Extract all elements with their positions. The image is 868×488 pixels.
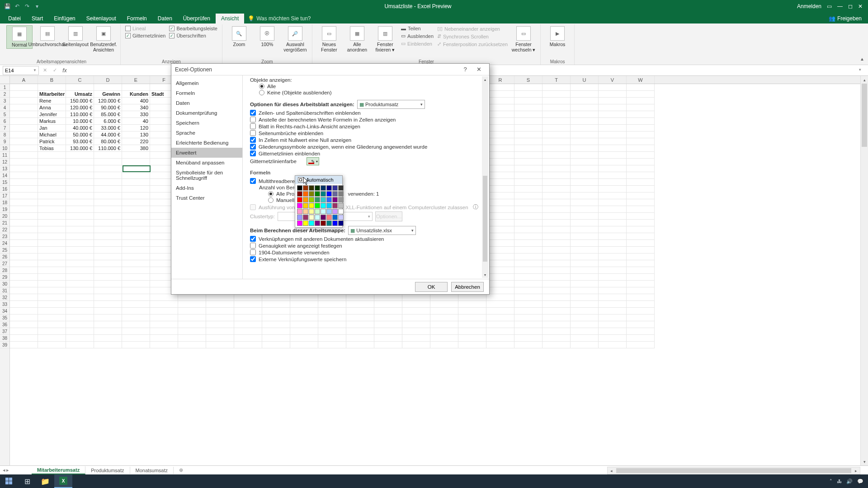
hide-button[interactable]: ▭Ausblenden (400, 33, 434, 39)
cell[interactable] (94, 226, 122, 233)
cell[interactable] (627, 165, 655, 172)
color-swatch[interactable] (332, 221, 338, 226)
color-swatch[interactable] (338, 197, 344, 202)
cell[interactable] (346, 328, 374, 335)
cell[interactable] (542, 199, 571, 206)
dlg-scroll-down-icon[interactable]: ▾ (482, 272, 488, 278)
cell[interactable] (122, 281, 150, 287)
cell[interactable] (571, 294, 599, 301)
cell[interactable] (234, 335, 262, 342)
cell[interactable] (542, 98, 571, 104)
cell[interactable] (542, 260, 571, 267)
cell[interactable] (38, 328, 66, 335)
cell[interactable] (38, 226, 66, 233)
row-header-1[interactable]: 1 (0, 84, 9, 91)
cell[interactable] (514, 342, 542, 348)
col-header-E[interactable]: E (122, 76, 150, 84)
minimize-icon[interactable]: ― (837, 3, 843, 9)
cell[interactable] (66, 220, 94, 226)
cell[interactable] (542, 104, 571, 111)
cell[interactable] (571, 152, 599, 159)
cell[interactable] (38, 314, 66, 321)
color-swatch[interactable] (303, 215, 308, 220)
chk-1904[interactable] (250, 249, 256, 255)
cell[interactable] (94, 335, 122, 342)
cell[interactable] (458, 321, 486, 328)
cell[interactable] (599, 118, 627, 125)
row-header-15[interactable]: 15 (0, 179, 9, 186)
dialog-close-icon[interactable]: ✕ (472, 66, 486, 73)
cell[interactable] (627, 240, 655, 247)
cell[interactable] (234, 301, 262, 308)
row-header-18[interactable]: 18 (0, 199, 9, 206)
chk-precision[interactable] (250, 243, 256, 249)
cell[interactable] (514, 138, 542, 145)
cell[interactable] (514, 267, 542, 274)
cell[interactable] (486, 301, 514, 308)
cell[interactable] (571, 145, 599, 152)
cell[interactable] (66, 321, 94, 328)
cell[interactable] (66, 152, 94, 159)
cell[interactable] (290, 328, 318, 335)
system-tray[interactable]: ˄ 🖧 🔊 💬 (825, 479, 868, 484)
zoom-button[interactable]: 🔍Zoom (226, 25, 252, 48)
col-header-W[interactable]: W (627, 76, 655, 84)
tab-nav-next-icon[interactable]: ▸ (6, 467, 9, 473)
row-header-4[interactable]: 4 (0, 104, 9, 111)
cell[interactable] (290, 335, 318, 342)
cell[interactable] (599, 247, 627, 253)
color-swatch[interactable] (338, 203, 344, 208)
cell[interactable]: Gewinn (94, 91, 122, 98)
cell[interactable] (38, 199, 66, 206)
cell[interactable] (122, 308, 150, 314)
cell[interactable] (10, 281, 38, 287)
cell[interactable] (627, 233, 655, 240)
cell[interactable] (10, 104, 38, 111)
cell[interactable] (66, 192, 94, 199)
cell[interactable] (486, 308, 514, 314)
row-header-23[interactable]: 23 (0, 233, 9, 240)
cell[interactable] (66, 335, 94, 342)
cell[interactable] (486, 281, 514, 287)
cell[interactable] (94, 260, 122, 267)
cell[interactable] (514, 186, 542, 192)
dialog-nav-speichern[interactable]: Speichern (171, 118, 242, 128)
cell[interactable] (10, 321, 38, 328)
split-button[interactable]: ▬Teilen (400, 25, 434, 32)
cell[interactable] (542, 308, 571, 314)
cell[interactable] (234, 342, 262, 348)
cell[interactable] (542, 294, 571, 301)
cell[interactable] (66, 260, 94, 267)
new-window-button[interactable]: ▭Neues Fenster (316, 25, 342, 53)
cell[interactable] (458, 301, 486, 308)
taskview-button[interactable]: ⊞ (18, 474, 36, 488)
cell[interactable] (38, 159, 66, 165)
cell[interactable] (514, 247, 542, 253)
cell[interactable]: 400 (122, 98, 150, 104)
cell[interactable]: 10.000 € (66, 118, 94, 125)
cell[interactable] (94, 328, 122, 335)
cell[interactable] (318, 342, 346, 348)
cell[interactable] (571, 138, 599, 145)
cell[interactable] (486, 84, 514, 91)
cell[interactable] (486, 104, 514, 111)
cell[interactable] (122, 314, 150, 321)
color-swatch[interactable] (315, 221, 320, 226)
row-header-5[interactable]: 5 (0, 111, 9, 118)
cell[interactable] (514, 206, 542, 213)
color-swatch[interactable] (303, 209, 308, 214)
cell[interactable] (94, 281, 122, 287)
cell[interactable] (571, 159, 599, 165)
cell[interactable] (10, 314, 38, 321)
cell[interactable] (122, 179, 150, 186)
info-icon[interactable]: ⓘ (473, 204, 478, 211)
cell[interactable]: Jennifer (38, 111, 66, 118)
cell[interactable] (38, 335, 66, 342)
cell[interactable] (38, 220, 66, 226)
color-swatch[interactable] (309, 191, 314, 197)
cell[interactable] (627, 159, 655, 165)
cell[interactable]: Jan (38, 125, 66, 131)
cell[interactable] (66, 233, 94, 240)
cell[interactable] (542, 145, 571, 152)
color-swatch[interactable] (309, 215, 314, 220)
